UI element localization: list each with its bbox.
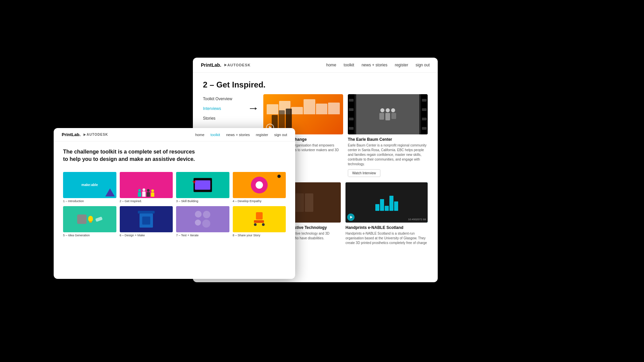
- toolkit-card-7-item: 7 – Test + Iterate: [176, 206, 229, 237]
- bulb-deco: [88, 216, 93, 223]
- hero-text: The challenge toolkit is a complete set …: [54, 141, 208, 169]
- fp-head-1: [380, 108, 384, 112]
- org-card-4-title: Handprints e-NABLE Scotland: [345, 225, 428, 230]
- back-nav-news[interactable]: news + stories: [362, 63, 387, 67]
- scooter-wheel-1: [254, 223, 257, 226]
- front-nav-news[interactable]: news + stories: [226, 133, 250, 137]
- front-nav-toolkit[interactable]: toolkit: [210, 133, 220, 137]
- tc2-people: [138, 188, 154, 197]
- laptop-screen-inner: [195, 180, 210, 190]
- p3-body: [147, 192, 150, 197]
- toolkit-card-5-item: 5 – Idea Generation: [63, 206, 116, 237]
- back-autodesk: AUTODESK: [224, 63, 251, 67]
- tc4-inner: [233, 172, 286, 198]
- toolkit-card-7[interactable]: [176, 206, 229, 232]
- tc2-inner: [120, 172, 173, 198]
- p1-body: [138, 192, 141, 197]
- toolkit-card-3-item: 3 – Skill Building: [176, 172, 229, 203]
- p4-body: [151, 192, 154, 197]
- blob-1: [195, 211, 202, 218]
- toolkit-card-2-item: 2 – Get Inspired.: [120, 172, 173, 203]
- toolkit-card-6-item: 6 – Design + Make: [120, 206, 173, 237]
- enable-chart: [372, 194, 401, 211]
- toolkit-card-3[interactable]: [176, 172, 229, 198]
- toolkit-card-5[interactable]: [63, 206, 116, 232]
- tc7-inner: [176, 206, 229, 232]
- front-logo: PrintLab. AUTODESK: [62, 132, 108, 137]
- sidebar-toolkit-overview[interactable]: Toolkit Overview: [203, 94, 257, 104]
- robot-head-icon: [77, 215, 87, 224]
- bulb-base: [89, 221, 92, 223]
- front-nav-home[interactable]: home: [195, 133, 205, 137]
- tc6-inner: [120, 206, 173, 232]
- p2: [142, 188, 146, 197]
- sidebar-stories[interactable]: Stories: [203, 114, 257, 123]
- blob-4: [202, 220, 210, 228]
- org-card-2-img: [348, 94, 428, 134]
- back-autodesk-text: AUTODESK: [227, 63, 251, 67]
- front-nav-links: home toolkit news + stories register sig…: [195, 133, 287, 137]
- film-content: [356, 94, 419, 134]
- film-hole-5: [422, 99, 427, 102]
- back-nav-links: home toolkit news + stories register sig…: [326, 63, 430, 67]
- toolkit-card-4[interactable]: [233, 172, 286, 198]
- film-hole-7: [422, 118, 427, 120]
- fp-head-2: [386, 108, 390, 112]
- toolkit-label-8: 8 – Share your Story: [233, 234, 286, 237]
- toolkit-label-2: 2 – Get Inspired.: [120, 199, 173, 203]
- toolkit-card-8[interactable]: [233, 206, 286, 232]
- front-nav-register[interactable]: register: [256, 133, 268, 137]
- toolkit-label-4: 4 – Develop Empathy: [233, 199, 286, 203]
- toolkit-card-1[interactable]: make:able: [63, 172, 116, 198]
- film-hole-8: [422, 127, 427, 130]
- back-page-title: 2 – Get Inspired.: [193, 73, 438, 94]
- back-logo-text: PrintLab.: [201, 62, 221, 68]
- arrow-down-icon: [192, 181, 196, 184]
- org-card-4-deco: 10:4932072 68: [345, 182, 428, 223]
- toolkit-card-6[interactable]: [120, 206, 173, 232]
- scooter-deco: [254, 212, 265, 226]
- printer-window: [142, 217, 150, 225]
- echart-bar-3: [385, 206, 389, 211]
- play-triangle-cyan: [350, 216, 353, 219]
- fp-body-2: [385, 113, 390, 120]
- back-nav-register[interactable]: register: [395, 63, 408, 67]
- printer-body: [140, 214, 153, 228]
- film-people-bodies: [379, 113, 396, 120]
- echart-bar-5: [394, 201, 398, 211]
- hand-shape: [95, 217, 103, 222]
- org-card-2-title: The Earle Baum Center: [348, 137, 428, 142]
- front-logo-text: PrintLab.: [62, 132, 80, 137]
- org-card-4[interactable]: 10:4932072 68 Handprints e-NABLE Scotlan…: [345, 182, 428, 245]
- toolkit-card-4-item: 4 – Develop Empathy: [233, 172, 286, 203]
- org-card-2[interactable]: The Earle Baum Center Earle Baum Center …: [348, 94, 428, 177]
- back-nav-home[interactable]: home: [326, 63, 336, 67]
- play-btn-cyan[interactable]: [347, 214, 355, 221]
- toolkit-grid-row-2: 5 – Idea Generation 6 – Design + Make: [54, 206, 295, 237]
- toolkit-card-2[interactable]: [120, 172, 173, 198]
- org-card-4-desc: Handprints e-NABLE Scotland is a student…: [345, 231, 428, 245]
- wheel-inner-circle: [256, 181, 263, 189]
- tc1-text: make:able: [82, 183, 98, 187]
- back-nav-toolkit[interactable]: toolkit: [344, 63, 354, 67]
- sidebar-interviews[interactable]: Interviews: [203, 104, 257, 114]
- back-nav: PrintLab. AUTODESK home toolkit news + s…: [193, 58, 438, 73]
- back-nav-signout[interactable]: sign out: [416, 63, 430, 67]
- wheel-circle: [251, 177, 268, 193]
- p1: [138, 189, 141, 197]
- front-window: PrintLab. AUTODESK home toolkit news + s…: [54, 128, 295, 279]
- idea-deco: [77, 215, 102, 224]
- front-autodesk-arrow-icon: [84, 133, 86, 136]
- scooter-wheels: [254, 223, 265, 226]
- front-nav-signout[interactable]: sign out: [274, 133, 287, 137]
- film-hole-6: [422, 108, 427, 111]
- toolkit-label-6: 6 – Design + Make: [120, 234, 173, 237]
- watch-interview-btn[interactable]: Watch Interview: [348, 169, 380, 177]
- tc1-inner: make:able: [63, 172, 116, 198]
- echart-bar-1: [375, 204, 379, 211]
- toolkit-card-8-item: 8 – Share your Story: [233, 206, 286, 237]
- tc8-inner: [233, 206, 286, 232]
- film-hole-3: [349, 118, 354, 120]
- tc5-inner: [63, 206, 116, 232]
- fp-body-3: [391, 113, 396, 119]
